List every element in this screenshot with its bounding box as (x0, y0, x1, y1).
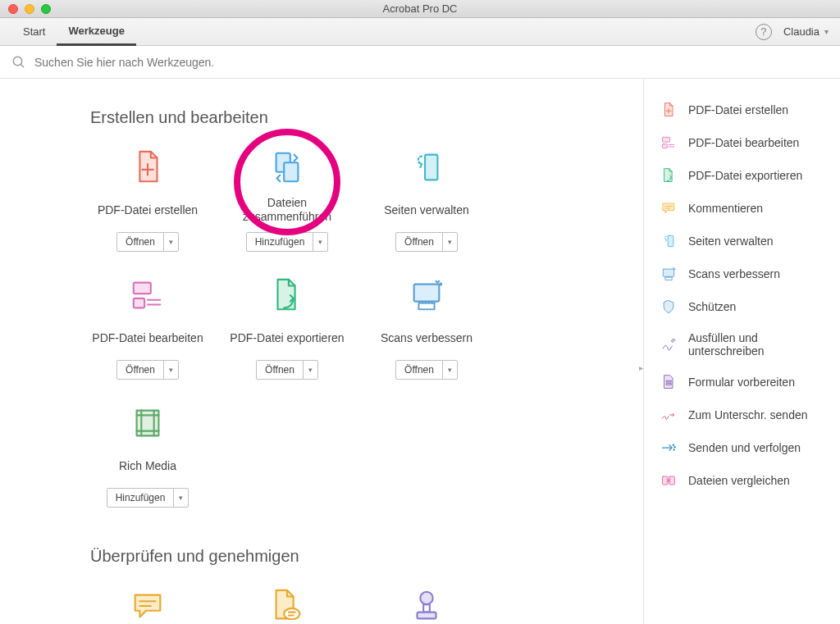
svg-rect-7 (134, 283, 151, 294)
tool-action-label: Öffnen (117, 233, 163, 251)
sidebar-item-label: PDF-Datei bearbeiten (688, 136, 799, 149)
enhance-scan-icon (660, 266, 677, 282)
svg-point-21 (284, 608, 299, 619)
export-pdf-icon (267, 275, 308, 316)
chevron-down-icon[interactable]: ▾ (313, 233, 327, 251)
chevron-down-icon[interactable]: ▾ (303, 361, 317, 379)
tool-edit-pdf[interactable]: PDF-Datei bearbeitenÖffnen▾ (90, 275, 205, 380)
right-sidebar: ▸ PDF-Datei erstellenPDF-Datei bearbeite… (643, 79, 840, 624)
tool-action-button[interactable]: Öffnen▾ (256, 360, 318, 380)
tool-action-button[interactable]: Hinzufügen▾ (246, 232, 329, 252)
chevron-down-icon: ▾ (824, 27, 829, 36)
sidebar-item-label: Formular vorbereiten (688, 376, 795, 389)
top-menubar: Start Werkzeuge ? Claudia ▾ (0, 18, 840, 46)
tool-comment[interactable]: KommentierenÖffnen▾ (90, 585, 205, 624)
rich-media-icon (127, 403, 168, 444)
tool-action-label: Öffnen (257, 361, 303, 379)
tool-action-button[interactable]: Öffnen▾ (395, 232, 458, 252)
chevron-down-icon[interactable]: ▾ (173, 489, 188, 507)
edit-pdf-icon (660, 134, 677, 151)
sidebar-collapse-handle[interactable]: ▸ (637, 352, 644, 385)
send-comment-icon (267, 585, 308, 624)
svg-rect-11 (414, 285, 440, 302)
protect-icon (660, 298, 677, 315)
svg-rect-14 (137, 411, 159, 436)
svg-rect-8 (134, 298, 144, 308)
main-tool-panel: Erstellen und bearbeitenPDF-Datei erstel… (0, 79, 643, 624)
sidebar-item-create-pdf[interactable]: PDF-Datei erstellen (644, 93, 840, 126)
sidebar-item-protect[interactable]: Schützen (644, 290, 840, 323)
svg-point-50 (674, 269, 675, 270)
tool-label: PDF-Datei exportieren (230, 322, 344, 353)
sidebar-item-label: Zum Unterschr. senden (688, 408, 808, 421)
svg-rect-6 (425, 155, 437, 180)
help-icon[interactable]: ? (756, 24, 772, 40)
create-pdf-icon (127, 147, 168, 188)
svg-point-55 (673, 444, 674, 446)
tool-label: Scans verbessern (381, 322, 472, 353)
search-input[interactable] (34, 56, 363, 69)
tab-werkzeuge[interactable]: Werkzeuge (57, 18, 135, 46)
sidebar-item-label: Kommentieren (688, 202, 763, 215)
tool-action-label: Öffnen (117, 361, 163, 379)
sidebar-item-label: Schützen (688, 300, 736, 313)
tool-label: PDF-Datei bearbeiten (92, 322, 203, 353)
tool-action-button[interactable]: Hinzufügen▾ (107, 488, 189, 508)
svg-rect-42 (663, 144, 668, 148)
sidebar-item-comment[interactable]: Kommentieren (644, 192, 840, 225)
chevron-down-icon[interactable]: ▾ (163, 361, 178, 379)
sidebar-item-fill-sign[interactable]: Ausfüllen und unterschreiben (644, 323, 840, 366)
tool-rich-media[interactable]: Rich MediaHinzufügen▾ (90, 403, 205, 508)
tool-label: Dateien zusammenführen (230, 194, 345, 225)
section-title: Erstellen und bearbeiten (90, 108, 619, 127)
tool-action-label: Öffnen (396, 361, 442, 379)
tool-export-pdf[interactable]: PDF-Datei exportierenÖffnen▾ (230, 275, 345, 380)
compare-icon (660, 472, 677, 489)
window-title: Acrobat Pro DC (0, 2, 840, 15)
organize-icon (660, 233, 677, 249)
sidebar-item-compare[interactable]: Dateien vergleichen (644, 464, 840, 497)
tool-enhance-scan[interactable]: Scans verbessernÖffnen▾ (369, 275, 484, 380)
sidebar-item-send-track[interactable]: Senden und verfolgen (644, 431, 840, 464)
tab-start[interactable]: Start (11, 18, 57, 46)
tool-action-button[interactable]: Öffnen▾ (116, 360, 179, 380)
tool-action-label: Öffnen (396, 233, 442, 251)
comment-icon (127, 585, 168, 624)
tool-action-button[interactable]: Öffnen▾ (116, 232, 179, 252)
sidebar-item-label: PDF-Datei exportieren (688, 169, 802, 182)
sidebar-item-label: Scans verbessern (688, 267, 780, 280)
sidebar-item-edit-pdf[interactable]: PDF-Datei bearbeiten (644, 126, 840, 159)
chevron-down-icon[interactable]: ▾ (442, 233, 457, 251)
sidebar-item-send-sign[interactable]: Zum Unterschr. senden (644, 399, 840, 431)
edit-pdf-icon (127, 275, 168, 316)
tool-organize[interactable]: Seiten verwaltenÖffnen▾ (369, 147, 484, 252)
svg-point-24 (420, 592, 432, 604)
svg-rect-26 (418, 613, 436, 619)
chevron-down-icon[interactable]: ▾ (442, 361, 457, 379)
svg-line-1 (21, 64, 24, 67)
svg-rect-12 (418, 303, 434, 310)
user-menu[interactable]: Claudia ▾ (783, 25, 829, 38)
svg-point-56 (674, 446, 676, 448)
sidebar-item-prepare-form[interactable]: Formular vorbereiten (644, 366, 840, 399)
svg-rect-58 (663, 476, 669, 485)
sidebar-item-enhance-scan[interactable]: Scans verbessern (644, 257, 840, 290)
tool-label: Seiten verwalten (384, 194, 469, 225)
svg-point-57 (673, 449, 675, 451)
sidebar-item-label: Ausfüllen und unterschreiben (688, 331, 824, 358)
create-pdf-icon (660, 102, 677, 118)
tool-action-button[interactable]: Öffnen▾ (395, 360, 458, 380)
tool-searchbar (0, 46, 840, 79)
tool-label: Rich Media (119, 450, 176, 481)
export-pdf-icon (660, 167, 677, 184)
tool-stamp[interactable]: StempelHinzufügen▾ (369, 585, 484, 624)
sidebar-item-organize[interactable]: Seiten verwalten (644, 225, 840, 257)
tool-create-pdf[interactable]: PDF-Datei erstellenÖffnen▾ (90, 147, 205, 252)
chevron-down-icon[interactable]: ▾ (163, 233, 178, 251)
send-sign-icon (660, 407, 677, 423)
tool-combine[interactable]: Dateien zusammenführenHinzufügen▾ (230, 147, 345, 252)
sidebar-item-label: PDF-Datei erstellen (688, 103, 788, 116)
tool-action-label: Hinzufügen (107, 489, 174, 507)
tool-send-comment[interactable]: Zum Kommentieren sendenHinzufügen▾ (230, 585, 345, 624)
sidebar-item-export-pdf[interactable]: PDF-Datei exportieren (644, 159, 840, 192)
